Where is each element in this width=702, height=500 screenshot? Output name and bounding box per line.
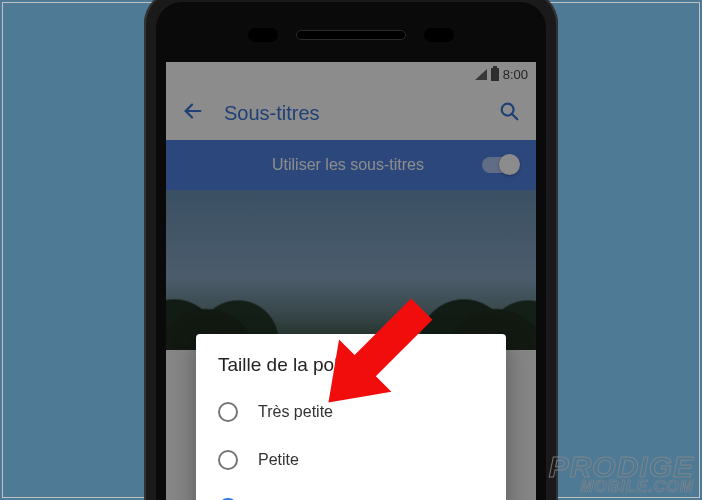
app-bar: Sous-titres: [166, 86, 536, 140]
radio-icon: [218, 450, 238, 470]
option-normale[interactable]: Normale: [218, 484, 484, 500]
dialog-title: Taille de la police: [218, 354, 484, 376]
status-time: 8:00: [503, 67, 528, 82]
status-bar: 8:00: [166, 62, 536, 86]
font-size-dialog: Taille de la police Très petite Petite N…: [196, 334, 506, 500]
battery-icon: [491, 68, 499, 81]
back-icon[interactable]: [182, 100, 204, 126]
phone-sensors: [162, 8, 540, 62]
option-label: Petite: [258, 451, 299, 469]
signal-icon: [475, 69, 487, 80]
watermark: PRODIGE MOBILE.COM: [549, 453, 694, 494]
phone-screen: 8:00 Sous-titres Utiliser les sous-titre…: [166, 62, 536, 500]
option-tres-petite[interactable]: Très petite: [218, 388, 484, 436]
option-petite[interactable]: Petite: [218, 436, 484, 484]
svg-line-2: [512, 114, 517, 119]
use-subtitles-switch[interactable]: [482, 157, 518, 173]
option-label: Très petite: [258, 403, 333, 421]
page-title: Sous-titres: [224, 102, 478, 125]
use-subtitles-label: Utiliser les sous-titres: [184, 156, 482, 174]
subtitle-preview: [166, 190, 536, 350]
search-icon[interactable]: [498, 100, 520, 126]
phone-frame: 8:00 Sous-titres Utiliser les sous-titre…: [144, 0, 558, 500]
watermark-line1: PRODIGE: [549, 453, 694, 480]
use-subtitles-row[interactable]: Utiliser les sous-titres: [166, 140, 536, 190]
radio-icon: [218, 402, 238, 422]
